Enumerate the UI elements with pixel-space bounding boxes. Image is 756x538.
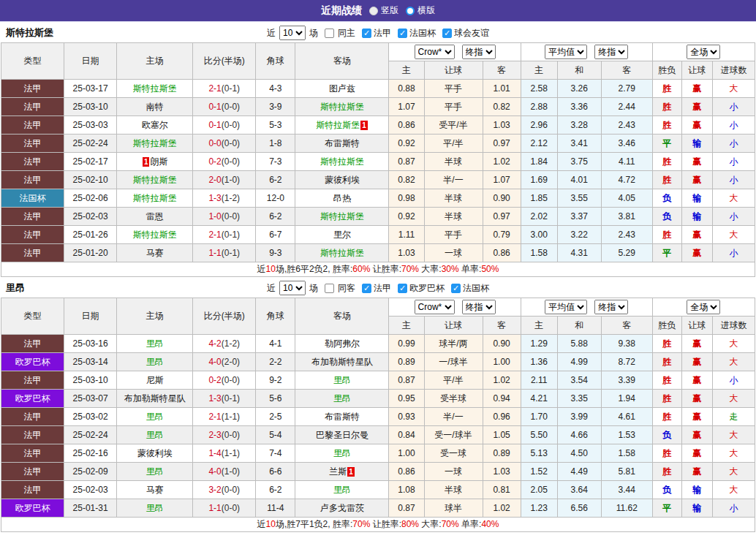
team-name[interactable]: 里昂 [146,412,164,422]
team-name[interactable]: 布加勒斯特星队 [311,357,373,367]
league-checkbox[interactable] [362,29,371,38]
team-name[interactable]: 斯特拉斯堡 [320,248,364,258]
team-name[interactable]: 马赛 [146,248,164,258]
league-type-cell: 法甲 [1,116,64,134]
team-name[interactable]: 蒙彼利埃 [325,175,360,185]
avg-home-cell: 5.50 [521,426,557,444]
team-name[interactable]: 蒙彼利埃 [137,448,173,458]
matches-table: 类型日期主场比分(半场)角球客场Crow*终指平均值终指全场主让球客主和客胜负让… [1,42,755,277]
corner-cell: 2-5 [256,408,295,426]
odds-home-cell: 1.00 [389,444,424,463]
league-type-cell: 法甲 [1,371,64,390]
bookmaker-select[interactable]: Crow* [415,45,455,59]
league-checkbox[interactable] [442,29,452,38]
team-name[interactable]: 里昂 [146,430,164,440]
team-name[interactable]: 里昂 [146,466,164,477]
team-name[interactable]: 里昂 [333,393,351,404]
away-team-cell: 里昂 [295,390,389,408]
team-name[interactable]: 斯特拉斯堡 [133,230,177,240]
team-name[interactable]: 里昂 [146,338,164,349]
corner-cell: 2-2 [256,353,295,371]
team-name[interactable]: 图卢兹 [329,83,355,94]
home-team-cell: 斯特拉斯堡 [117,189,193,208]
team-name[interactable]: 里昂 [146,503,164,513]
radio-checked-icon[interactable] [369,7,378,15]
team-name[interactable]: 斯特拉斯堡 [320,102,364,112]
view-option-horizontal[interactable]: 横版 [406,4,435,17]
result-goals-cell: 大 [712,481,755,499]
team-name[interactable]: 昂热 [333,193,351,203]
bookmaker-select[interactable]: Crow* [415,300,455,314]
team-section: 斯特拉斯堡近10场同主法甲法国杯球会友谊类型日期主场比分(半场)角球客场Crow… [0,23,756,277]
league-type-cell: 法甲 [1,335,64,353]
view-option-vertical[interactable]: 竖版 [369,4,398,17]
sub-column-header: 进球数 [712,317,755,335]
home-team-cell: 蒙彼利埃 [117,444,193,463]
date-cell: 25-02-24 [64,134,117,153]
team-name[interactable]: 雷恩 [146,211,164,221]
odds-away-cell: 1.03 [483,116,521,134]
odds-time-select[interactable]: 终指 [594,45,628,59]
team-name[interactable]: 斯特拉斯堡 [133,138,177,148]
league-checkbox[interactable] [398,284,407,293]
home-team-cell: 斯特拉斯堡 [117,80,193,98]
team-name[interactable]: 斯特拉斯堡 [316,120,360,130]
radio-unchecked-icon[interactable] [406,7,415,15]
team-name[interactable]: 南特 [146,102,164,112]
result-handicap-cell: 赢 [681,116,712,134]
avg-home-cell: 2.05 [521,481,557,499]
team-name[interactable]: 里尔 [333,230,351,240]
fulltime-select[interactable]: 全场 [687,45,720,59]
team-name[interactable]: 尼斯 [146,375,164,385]
result-wdl-cell: 负 [652,189,681,208]
fulltime-select[interactable]: 全场 [687,300,720,314]
match-count-select[interactable]: 10 [279,26,306,40]
team-name[interactable]: 勒阿弗尔 [325,338,360,349]
handicap-cell: 半球 [424,153,483,171]
odds-time-select[interactable]: 终指 [462,45,496,59]
team-name[interactable]: 欧塞尔 [142,120,168,130]
average-select[interactable]: 平均值 [545,45,587,59]
result-handicap-cell: 赢 [681,463,712,481]
venue-checkbox[interactable] [325,29,334,38]
result-goals-cell: 小 [712,116,755,134]
team-name[interactable]: 里昂 [333,448,351,458]
match-count-select[interactable]: 10 [279,281,306,295]
team-name[interactable]: 朗斯 [150,156,167,167]
league-checkbox[interactable] [451,284,461,293]
team-name[interactable]: 巴黎圣日尔曼 [316,430,368,440]
result-handicap-cell: 赢 [681,444,712,463]
fulltime-score: 4-2 [208,338,221,349]
result-handicap-cell: 赢 [681,153,712,171]
odds-time-select[interactable]: 终指 [462,300,496,314]
sub-column-header: 让球 [681,61,712,80]
avg-away-cell: 3.46 [601,134,652,153]
team-name[interactable]: 斯特拉斯堡 [133,175,177,185]
team-name[interactable]: 里昂 [146,357,164,367]
team-name[interactable]: 卢多戈雷茨 [320,503,364,513]
team-name[interactable]: 斯特拉斯堡 [133,193,177,203]
team-name[interactable]: 布雷斯特 [325,138,360,148]
team-name[interactable]: 布加勒斯特星队 [124,393,186,404]
venue-checkbox[interactable] [325,284,334,293]
team-name[interactable]: 里昂 [333,375,351,385]
team-name[interactable]: 斯特拉斯堡 [133,83,177,94]
average-select[interactable]: 平均值 [545,300,587,314]
team-name[interactable]: 斯特拉斯堡 [320,156,364,167]
league-checkbox[interactable] [362,284,371,293]
avg-home-cell: 1.36 [521,353,557,371]
corner-cell: 5-4 [256,426,295,444]
avg-home-cell: 1.52 [521,463,557,481]
team-name[interactable]: 布雷斯特 [325,412,360,422]
team-name[interactable]: 里昂 [333,485,351,495]
odds-home-cell: 1.07 [389,98,424,116]
league-checkbox[interactable] [398,29,407,38]
summary-text: 让胜率: [370,519,401,529]
team-name[interactable]: 马赛 [146,485,164,495]
odds-time-select[interactable]: 终指 [594,300,628,314]
date-cell: 25-02-16 [64,444,117,463]
halftime-score: (0-0) [222,138,240,148]
fulltime-score: 0-2 [208,156,221,167]
team-name[interactable]: 斯特拉斯堡 [320,211,364,221]
team-name[interactable]: 兰斯 [329,466,347,477]
